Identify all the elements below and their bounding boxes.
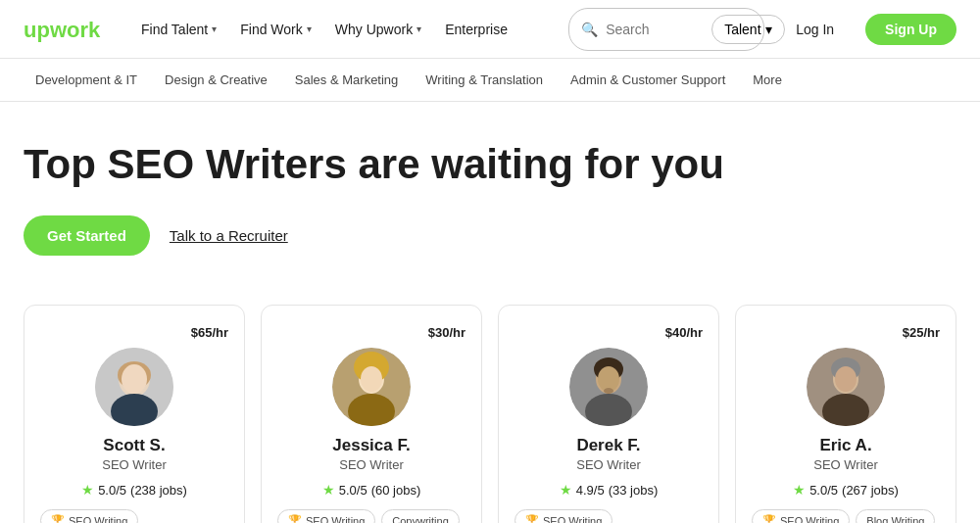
nav-why-upwork[interactable]: Why Upwork ▾ [325, 16, 431, 43]
card-3-avatar [569, 348, 648, 426]
card-1-jobs: (238 jobs) [130, 483, 187, 498]
card-4-rate: $25/hr [903, 325, 940, 340]
subnav-more[interactable]: More [741, 59, 794, 101]
card-4-title: SEO Writer [813, 457, 878, 472]
card-4-rating: ★ 5.0/5 (267 jobs) [793, 482, 899, 498]
hero-heading: Top SEO Writers are waiting for you [24, 141, 956, 188]
svg-point-10 [361, 366, 382, 392]
svg-point-21 [835, 366, 857, 392]
card-2-rating: ★ 5.0/5 (60 jobs) [322, 482, 421, 498]
tag-blog-writing-4: Blog Writing [856, 509, 935, 523]
search-icon: 🔍 [581, 22, 598, 37]
subnav-development[interactable]: Development & IT [24, 59, 149, 101]
card-4-name: Eric A. [819, 436, 871, 455]
freelancer-cards: $65/hr Scott S. SEO Writer ★ 5.0/5 (238 … [0, 285, 980, 523]
card-3-top: $40/hr [514, 325, 703, 340]
card-3-score: 4.9/5 [576, 483, 605, 498]
hero-buttons: Get Started Talk to a Recruiter [24, 215, 956, 256]
subnav-writing[interactable]: Writing & Translation [414, 59, 555, 101]
nav-find-talent-label: Find Talent [141, 22, 208, 37]
card-4-jobs: (267 jobs) [842, 483, 899, 498]
card-2-avatar [332, 348, 411, 426]
search-input[interactable] [606, 22, 704, 37]
header: upwork Find Talent ▾ Find Work ▾ Why Upw… [0, 0, 980, 59]
card-4-avatar [807, 348, 885, 426]
card-3-title: SEO Writer [576, 457, 641, 472]
card-2-name: Jessica F. [332, 436, 410, 455]
talent-dropdown[interactable]: Talent ▾ [711, 15, 784, 44]
card-1-top: $65/hr [40, 325, 228, 340]
nav-enterprise-label: Enterprise [445, 22, 508, 37]
card-2-score: 5.0/5 [339, 483, 368, 498]
card-3-jobs: (33 jobs) [609, 483, 659, 498]
subnav-sales[interactable]: Sales & Marketing [283, 59, 411, 101]
card-2-jobs: (60 jobs) [371, 483, 421, 498]
nav-find-work-label: Find Work [240, 22, 303, 37]
tag-seo-writing-3: 🏆 SEO Writing [514, 509, 612, 523]
svg-point-16 [604, 388, 613, 394]
card-2-top: $30/hr [277, 325, 466, 340]
card-1-score: 5.0/5 [98, 483, 126, 498]
card-3-rate: $40/hr [665, 325, 703, 340]
freelancer-card-4: $25/hr Eric A. SEO Writer ★ 5.0/5 (267 j… [735, 305, 956, 523]
talent-dropdown-chevron: ▾ [765, 22, 772, 37]
login-button[interactable]: Log In [780, 14, 850, 45]
search-bar[interactable]: 🔍 Talent ▾ [568, 8, 764, 51]
tag-copywriting-2: Copywriting [381, 509, 459, 523]
card-4-score: 5.0/5 [809, 483, 838, 498]
card-1-title: SEO Writer [102, 457, 167, 472]
hero-section: Top SEO Writers are waiting for you Get … [0, 102, 980, 285]
card-2-rate: $30/hr [428, 325, 466, 340]
card-4-star: ★ [793, 482, 806, 498]
tag-seo-writing-2: 🏆 SEO Writing [277, 509, 375, 523]
upwork-logo: upwork [24, 16, 112, 43]
card-1-rating: ★ 5.0/5 (238 jobs) [81, 482, 187, 498]
freelancer-card-1: $65/hr Scott S. SEO Writer ★ 5.0/5 (238 … [24, 305, 245, 523]
svg-point-5 [122, 364, 147, 394]
nav-find-talent[interactable]: Find Talent ▾ [131, 16, 226, 43]
nav-find-talent-chevron: ▾ [212, 24, 217, 34]
card-4-tags: 🏆 SEO Writing Blog Writing Proofreading … [752, 509, 940, 523]
tag-seo-writing-1: 🏆 SEO Writing [40, 509, 138, 523]
card-2-star: ★ [322, 482, 335, 498]
subnav-design[interactable]: Design & Creative [153, 59, 279, 101]
card-1-avatar [95, 348, 173, 426]
get-started-button[interactable]: Get Started [24, 215, 150, 256]
main-nav: Find Talent ▾ Find Work ▾ Why Upwork ▾ E… [131, 16, 568, 43]
subnav-admin[interactable]: Admin & Customer Support [559, 59, 737, 101]
freelancer-card-3: $40/hr Derek F. SEO Writer ★ 4.9/5 (33 j… [498, 305, 719, 523]
nav-why-upwork-label: Why Upwork [335, 22, 413, 37]
card-3-star: ★ [560, 482, 572, 498]
svg-text:upwork: upwork [24, 18, 101, 42]
tag-seo-writing-4: 🏆 SEO Writing [752, 509, 850, 523]
card-3-tags: 🏆 SEO Writing AP Style Writing Copywriti… [514, 509, 703, 523]
card-1-tags: 🏆 SEO Writing Business Writing English A… [40, 509, 228, 523]
talent-dropdown-label: Talent [724, 22, 760, 37]
card-2-title: SEO Writer [339, 457, 404, 472]
nav-why-upwork-chevron: ▾ [416, 24, 421, 34]
card-1-star: ★ [81, 482, 94, 498]
card-4-top: $25/hr [752, 325, 940, 340]
talk-to-recruiter-button[interactable]: Talk to a Recruiter [170, 227, 288, 244]
card-1-name: Scott S. [103, 436, 165, 455]
card-3-name: Derek F. [576, 436, 640, 455]
nav-find-work-chevron: ▾ [307, 24, 312, 34]
header-right: 🔍 Talent ▾ Log In Sign Up [568, 8, 956, 51]
signup-button[interactable]: Sign Up [865, 14, 956, 45]
card-1-rate: $65/hr [191, 325, 228, 340]
card-3-rating: ★ 4.9/5 (33 jobs) [560, 482, 659, 498]
nav-find-work[interactable]: Find Work ▾ [230, 16, 321, 43]
nav-enterprise[interactable]: Enterprise [435, 16, 517, 43]
freelancer-card-2: $30/hr Jessica F. SEO Writer ★ 5.0/5 (60… [261, 305, 482, 523]
card-2-tags: 🏆 SEO Writing Copywriting Content Writin… [277, 509, 466, 523]
sub-nav: Development & IT Design & Creative Sales… [0, 59, 980, 102]
